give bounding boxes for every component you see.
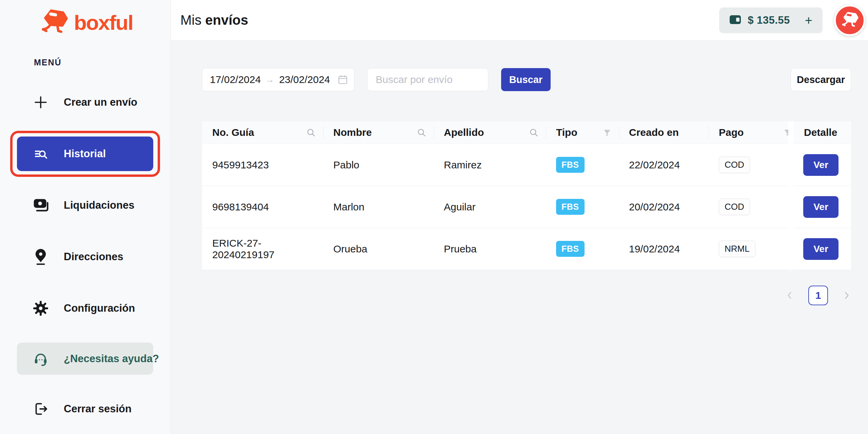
page-number[interactable]: 1 [808, 286, 828, 305]
ver-button[interactable]: Ver [803, 196, 839, 218]
money-icon [32, 197, 50, 213]
pago-badge: NRML [719, 241, 755, 257]
historial-annotation-box: Historial [10, 131, 160, 177]
page-title: Mis envíos [180, 13, 248, 28]
pagination: 1 [202, 286, 851, 305]
table-row-cell-guia: 9459913423 [202, 144, 323, 186]
table-row-cell-detalle: Ver [794, 186, 851, 228]
list-search-icon [32, 146, 50, 162]
filters-row: 17/02/2024 → 23/02/2024 Buscar Descargar [202, 68, 851, 91]
sidebar-item-label: Historial [64, 148, 106, 160]
sidebar-item-label: Cerrar sesión [64, 403, 132, 415]
table-row-cell-apellido: Aguilar [434, 186, 546, 228]
table-row-cell-nombre: Orueba [323, 228, 434, 270]
fixed-column-gap [788, 186, 794, 228]
tipo-badge: FBS [556, 241, 585, 257]
table-row-cell-pago: COD [709, 186, 788, 228]
sidebar-item-cerrar-sesion[interactable]: Cerrar sesión [17, 392, 153, 426]
sidebar-item-liquidaciones[interactable]: Liquidaciones [17, 188, 153, 223]
column-header-apellido[interactable]: Apellido [434, 121, 546, 144]
topbar: Mis envíos $ 135.55 + [171, 0, 868, 41]
tipo-badge: FBS [556, 199, 585, 215]
table-row-cell-guia: 9698139404 [202, 186, 323, 228]
sidebar-item-label: Direcciones [64, 251, 123, 263]
sidebar-item-label: Crear un envío [64, 96, 137, 108]
sidebar-item-label: ¿Necesitas ayuda? [64, 353, 159, 365]
calendar-icon [338, 75, 348, 85]
main-area: Mis envíos $ 135.55 + [171, 0, 868, 434]
download-button[interactable]: Descargar [791, 68, 851, 91]
topbar-right: $ 135.55 + [719, 5, 865, 36]
sidebar: boxful MENÚ Crear un envío Historial [0, 0, 171, 434]
pago-badge: COD [719, 199, 750, 215]
table-row-cell-detalle: Ver [794, 144, 851, 186]
tipo-badge: FBS [556, 157, 585, 173]
search-input[interactable] [367, 68, 488, 91]
table-row-cell-apellido: Ramirez [434, 144, 546, 186]
boxful-box-icon [841, 12, 859, 29]
card-icon [729, 14, 742, 26]
table-row-cell-creado: 22/02/2024 [619, 144, 709, 186]
brand-name: boxful [74, 11, 133, 35]
chevron-right-icon[interactable] [842, 291, 851, 300]
date-range-picker[interactable]: 17/02/2024 → 23/02/2024 [202, 68, 354, 91]
shipments-table: No. Guía Nombre Apellido Tipo [202, 121, 851, 270]
table-row-cell-nombre: Pablo [323, 144, 434, 186]
chevron-left-icon[interactable] [785, 291, 794, 300]
sidebar-nav: Crear un envío Historial [0, 85, 171, 426]
table-row-cell-tipo: FBS [546, 144, 619, 186]
table-row-cell-nombre: Marlon [323, 186, 434, 228]
headset-icon [32, 351, 50, 367]
sidebar-item-ayuda[interactable]: ¿Necesitas ayuda? [17, 343, 153, 375]
filter-icon[interactable] [783, 128, 788, 137]
column-header-nombre[interactable]: Nombre [323, 121, 434, 144]
plus-icon [32, 96, 50, 109]
table-row-cell-apellido: Prueba [434, 228, 546, 270]
ver-button[interactable]: Ver [803, 154, 839, 176]
table-row-cell-pago: NRML [709, 228, 788, 270]
logout-icon [32, 401, 50, 417]
search-button[interactable]: Buscar [501, 68, 551, 91]
column-header-guia[interactable]: No. Guía [202, 121, 323, 144]
sidebar-item-label: Liquidaciones [64, 199, 134, 211]
sidebar-item-configuracion[interactable]: Configuración [17, 291, 153, 326]
sidebar-item-label: Configuración [64, 302, 135, 314]
date-to[interactable]: 23/02/2024 [279, 74, 330, 85]
ver-button[interactable]: Ver [803, 238, 839, 260]
table-row-cell-tipo: FBS [546, 186, 619, 228]
content: 17/02/2024 → 23/02/2024 Buscar Descargar… [171, 41, 868, 305]
column-header-creado[interactable]: Creado en [619, 121, 709, 144]
search-icon[interactable] [307, 128, 316, 137]
table-row-cell-creado: 20/02/2024 [619, 186, 709, 228]
sidebar-item-direcciones[interactable]: Direcciones [17, 240, 153, 274]
table-row-cell-pago: COD [709, 144, 788, 186]
column-header-detalle: Detalle [794, 121, 851, 144]
table-row-cell-guia: ERICK-27-20240219197 [202, 228, 323, 270]
map-pin-icon [32, 248, 50, 265]
add-funds-button[interactable]: + [805, 14, 812, 27]
column-header-pago[interactable]: Pago [709, 121, 788, 144]
menu-section-label: MENÚ [34, 58, 171, 67]
balance-amount: $ 135.55 [748, 14, 790, 26]
table-row-cell-detalle: Ver [794, 228, 851, 270]
fixed-column-gap [788, 144, 794, 186]
boxful-logo[interactable]: boxful [39, 9, 171, 36]
table-row-cell-creado: 19/02/2024 [619, 228, 709, 270]
fixed-column-gap [788, 121, 794, 144]
balance-pill[interactable]: $ 135.55 + [719, 7, 823, 33]
search-icon[interactable] [529, 128, 538, 137]
avatar[interactable] [834, 5, 865, 36]
filter-icon[interactable] [603, 128, 611, 137]
boxful-logo-icon [39, 9, 68, 36]
fixed-column-gap [788, 228, 794, 270]
table-row-cell-tipo: FBS [546, 228, 619, 270]
search-icon[interactable] [417, 128, 426, 137]
pago-badge: COD [719, 157, 750, 173]
gear-icon [32, 301, 50, 316]
column-header-tipo[interactable]: Tipo [546, 121, 619, 144]
sidebar-item-historial[interactable]: Historial [17, 137, 153, 171]
arrow-right-icon: → [265, 75, 274, 85]
sidebar-item-crear-envio[interactable]: Crear un envío [17, 85, 153, 120]
date-from[interactable]: 17/02/2024 [210, 74, 261, 85]
